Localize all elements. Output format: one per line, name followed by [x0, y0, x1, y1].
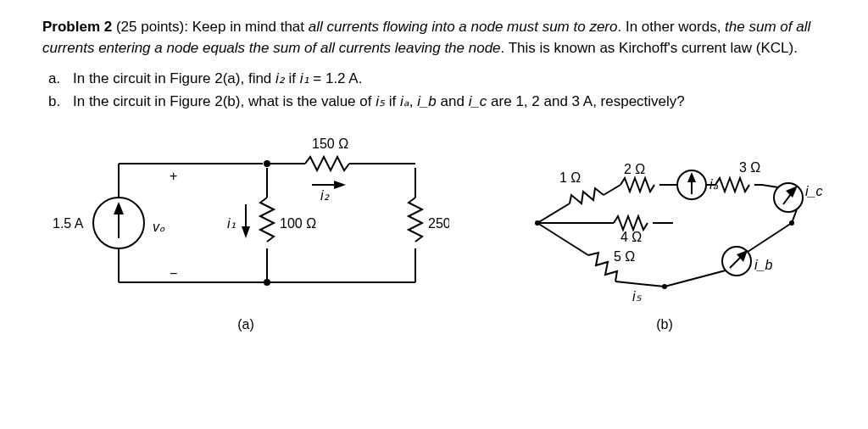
i2-label: i₂ — [320, 188, 330, 203]
figures-row: 1.5 A vₒ + − 100 Ω i₁ 150 Ω i₂ — [42, 138, 826, 334]
comma-1: , — [409, 93, 417, 109]
parts-list: In the circuit in Figure 2(a), find i₂ i… — [64, 69, 826, 112]
problem-points: (25 points): — [112, 19, 192, 35]
and-text: and — [437, 93, 469, 109]
r5-label: 5 Ω — [614, 249, 635, 264]
r1-label2: 1 Ω — [559, 170, 581, 185]
var-ia: iₐ — [400, 93, 409, 109]
svg-marker-17 — [334, 181, 346, 189]
part-a-pre: In the circuit in Figure 2(a), find — [73, 70, 275, 86]
r4-label: 4 Ω — [620, 230, 642, 244]
vo-label: vₒ — [153, 220, 165, 234]
lead-text-1: Keep in mind that — [192, 19, 309, 35]
part-b-mid: if — [385, 93, 400, 109]
lead-text-3: . This is known as Kirchoff's current la… — [501, 40, 798, 56]
caption-a: (a) — [237, 315, 254, 334]
svg-marker-12 — [242, 226, 250, 238]
circuit-b-svg: 1 Ω 1 Ω 2 Ω iₐ — [504, 138, 826, 308]
svg-point-47 — [789, 220, 794, 226]
r250-label: 250 — [428, 216, 449, 231]
ic-label: i_c — [805, 184, 822, 198]
r2-label: 2 Ω — [624, 162, 645, 176]
part-a-eq: = 1.2 A. — [309, 70, 363, 86]
var-i1: i₁ — [300, 70, 309, 86]
ib-label: i_b — [754, 258, 772, 272]
part-a: In the circuit in Figure 2(a), find i₂ i… — [64, 69, 826, 90]
kcl-italic-1: all currents flowing into a node must su… — [309, 19, 618, 35]
r100-label: 100 Ω — [280, 216, 316, 231]
figure-b: 1 Ω 1 Ω 2 Ω iₐ — [504, 138, 826, 334]
var-i5: i₅ — [376, 93, 385, 109]
caption-b: (b) — [656, 315, 673, 334]
problem-statement: Problem 2 (25 points): Keep in mind that… — [42, 17, 826, 58]
source-label: 1.5 A — [53, 216, 84, 231]
svg-point-18 — [264, 160, 270, 167]
svg-point-46 — [535, 220, 540, 226]
circuit-a-svg: 1.5 A vₒ + − 100 Ω i₁ 150 Ω i₂ — [42, 138, 449, 308]
var-ic: i_c — [469, 93, 487, 109]
minus-label: − — [170, 266, 177, 281]
r3-label: 3 Ω — [739, 160, 760, 175]
plus-label: + — [170, 169, 177, 183]
i1-label: i₁ — [227, 216, 236, 231]
problem-title: Problem 2 — [42, 19, 112, 35]
var-ib: i_b — [417, 93, 437, 109]
svg-point-48 — [662, 284, 667, 289]
part-b-post: are 1, 2 and 3 A, respectively? — [487, 93, 684, 109]
part-b: In the circuit in Figure 2(b), what is t… — [64, 92, 826, 113]
var-i2: i₂ — [275, 70, 285, 86]
svg-point-19 — [264, 279, 270, 286]
part-a-mid: if — [285, 70, 300, 86]
svg-marker-8 — [114, 202, 124, 214]
lead-text-2: . In other words, — [617, 19, 725, 35]
part-b-pre: In the circuit in Figure 2(b), what is t… — [73, 93, 376, 109]
r150-label: 150 Ω — [312, 138, 348, 151]
i5-label: i₅ — [632, 289, 642, 304]
figure-a: 1.5 A vₒ + − 100 Ω i₁ 150 Ω i₂ — [42, 138, 449, 334]
